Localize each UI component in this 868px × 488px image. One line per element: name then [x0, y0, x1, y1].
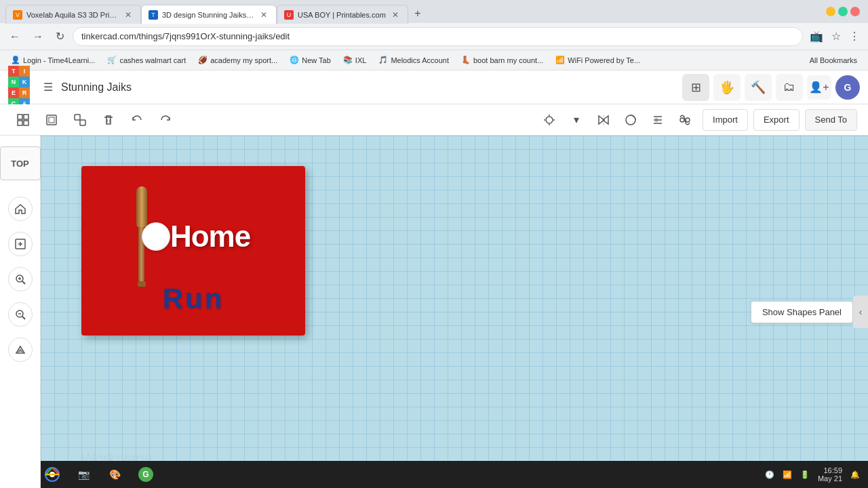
- shape-tool-button[interactable]: 🔨: [745, 74, 772, 101]
- taskbar-notification-icon: 🔔: [850, 470, 860, 479]
- undo-button[interactable]: [125, 108, 149, 132]
- tab-title-1: Voxelab Aquila S3 3D Printer...: [26, 11, 119, 19]
- group-button[interactable]: [39, 108, 64, 132]
- logo-e: E: [8, 87, 19, 98]
- bookmark-ixl[interactable]: 📚 IXL: [338, 54, 372, 66]
- taskbar-clock: 16:59 May 21: [818, 466, 842, 483]
- mirror-tool-button[interactable]: [591, 108, 616, 132]
- bookmark-label-melodics: Melodics Account: [391, 56, 449, 64]
- bookmark-academy[interactable]: 🏈 academy my sport...: [193, 54, 283, 66]
- taskbar-time: 16:59: [823, 466, 842, 474]
- svg-rect-6: [75, 115, 80, 120]
- tab-title-3: USA BOY | Printables.com: [298, 11, 386, 19]
- tab-favicon-3: U: [284, 10, 294, 20]
- back-button[interactable]: ←: [5, 28, 24, 45]
- bookmark-label-wifi: WiFi Powered by Te...: [568, 56, 640, 64]
- taskbar-photos[interactable]: 📷: [71, 464, 96, 485]
- minimize-button[interactable]: [826, 7, 835, 16]
- cast-button[interactable]: 📺: [807, 27, 826, 45]
- taskbar-wifi-icon: 📶: [783, 470, 792, 479]
- run-text: Run: [163, 283, 224, 315]
- browser-chrome: V Voxelab Aquila S3 3D Printer... ✕ T 3D…: [0, 0, 868, 488]
- ungroup-button[interactable]: [68, 108, 92, 132]
- import-button[interactable]: Import: [703, 109, 748, 131]
- zoom-out-button[interactable]: [8, 302, 33, 327]
- svg-point-10: [546, 117, 553, 123]
- add-user-button[interactable]: 👤+: [807, 75, 831, 100]
- close-button[interactable]: [850, 7, 860, 16]
- reload-button[interactable]: ↻: [52, 27, 68, 45]
- taskbar-design[interactable]: 🎨: [102, 464, 127, 485]
- home-view-button[interactable]: [8, 197, 33, 221]
- bookmark-bootbarn[interactable]: 👢 boot barn my count...: [456, 54, 549, 66]
- tab-voxelab[interactable]: V Voxelab Aquila S3 3D Printer... ✕: [5, 5, 141, 24]
- bookmark-login[interactable]: 👤 Login - Time4Learni...: [5, 54, 100, 66]
- svg-rect-5: [49, 117, 54, 123]
- main-area: TOP: [0, 136, 868, 488]
- tab-close-3[interactable]: ✕: [390, 9, 401, 20]
- address-bar[interactable]: [73, 27, 803, 46]
- grid-view-button[interactable]: ⊞: [682, 74, 709, 101]
- svg-line-31: [22, 281, 25, 284]
- canvas-area[interactable]: Home Run Workplane Settings Snap Grid 1.…: [41, 136, 868, 488]
- bookmark-walmart[interactable]: 🛒 cashes walmart cart: [102, 54, 191, 66]
- flip-tool-button[interactable]: [618, 108, 643, 132]
- design-card: Home Run: [81, 166, 305, 336]
- tab-close-1[interactable]: ✕: [123, 9, 134, 20]
- taskbar-date: May 21: [818, 474, 842, 483]
- delete-button[interactable]: [96, 108, 121, 132]
- group-tool-button[interactable]: 🗂: [776, 74, 803, 101]
- logo-r: R: [19, 87, 30, 98]
- light-tool-button[interactable]: [537, 108, 561, 132]
- panel-chevron[interactable]: ‹: [853, 296, 868, 328]
- taskbar-right: 🕐 📶 🔋 16:59 May 21 🔔: [765, 466, 860, 483]
- svg-rect-22: [655, 118, 658, 122]
- baseball: [142, 222, 170, 251]
- redo-button[interactable]: [153, 108, 178, 132]
- logo-i: I: [19, 66, 30, 77]
- taskbar-chrome[interactable]: [39, 464, 65, 485]
- dropdown-arrow-button[interactable]: ▾: [564, 108, 589, 132]
- tab-tinkercad[interactable]: T 3D design Stunning Jaiks - Tin... ✕: [141, 5, 277, 24]
- fit-view-button[interactable]: [8, 232, 33, 256]
- taskbar-icon-chrome: [45, 467, 60, 482]
- all-bookmarks-button[interactable]: All Bookmarks: [804, 55, 863, 66]
- bookmark-melodics[interactable]: 🎵 Melodics Account: [373, 54, 454, 66]
- bookmark-wifi[interactable]: 📶 WiFi Powered by Te...: [550, 54, 646, 66]
- bookmark-label-academy: academy my sport...: [210, 56, 277, 64]
- all-bookmarks-label: All Bookmarks: [810, 56, 857, 64]
- taskbar-user[interactable]: G: [133, 464, 159, 485]
- bookmark-newtab[interactable]: 🌐 New Tab: [284, 54, 336, 66]
- perspective-button[interactable]: [8, 338, 33, 362]
- bookmark-label-bootbarn: boot barn my count...: [473, 56, 543, 64]
- nav-icons: 📺 ☆ ⋮: [807, 27, 863, 45]
- taskbar-time-icon: 🕐: [765, 470, 774, 479]
- bookmark-icon-melodics: 🎵: [378, 56, 388, 64]
- project-menu-button[interactable]: ☰: [41, 78, 56, 96]
- view-label[interactable]: TOP: [0, 146, 41, 180]
- taskbar-icon-design: 🎨: [107, 467, 122, 482]
- sendto-button[interactable]: Send To: [805, 109, 857, 131]
- taskbar: 🔴 📷 🎨 G 🕐 📶 🔋 16:59 May 21 🔔: [0, 461, 868, 488]
- bookmark-icon-academy: 🏈: [198, 56, 208, 64]
- bookmark-icon-newtab: 🌐: [290, 56, 299, 64]
- svg-line-34: [22, 317, 25, 319]
- show-shapes-panel-button[interactable]: Show Shapes Panel: [751, 301, 853, 323]
- maximize-button[interactable]: [838, 7, 848, 16]
- new-tab-button[interactable]: +: [408, 4, 427, 23]
- select-all-button[interactable]: [11, 108, 35, 132]
- forward-button[interactable]: →: [28, 28, 47, 45]
- distribute-tool-button[interactable]: [673, 108, 697, 132]
- hand-tool-button[interactable]: 🖐: [713, 74, 741, 101]
- menu-button[interactable]: ⋮: [846, 27, 863, 45]
- tab-favicon-1: V: [13, 10, 22, 20]
- align-tool-button[interactable]: [646, 108, 670, 132]
- bookmark-button[interactable]: ☆: [829, 27, 844, 45]
- tab-close-2[interactable]: ✕: [258, 9, 269, 20]
- zoom-in-button[interactable]: [8, 267, 33, 291]
- tab-usaboy[interactable]: U USA BOY | Printables.com ✕: [277, 5, 408, 24]
- user-avatar: G: [835, 75, 860, 100]
- taskbar-power-icon: 🔋: [800, 470, 810, 479]
- bat-knob: [138, 281, 146, 287]
- export-button[interactable]: Export: [753, 109, 800, 131]
